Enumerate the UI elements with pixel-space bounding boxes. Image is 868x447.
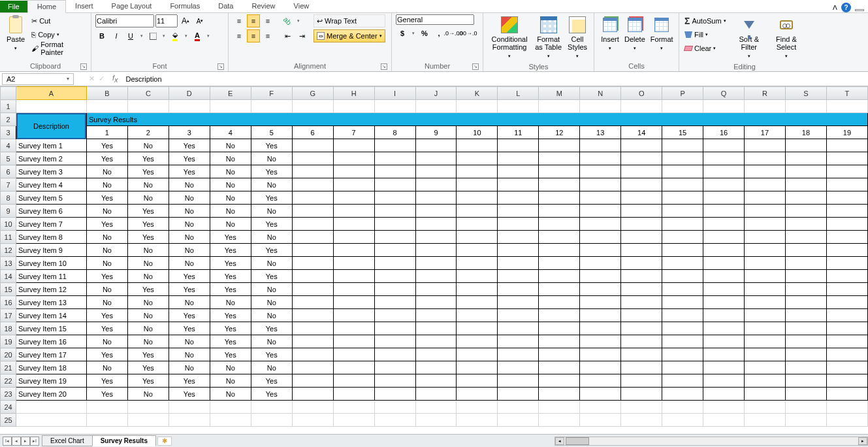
cell-value[interactable]	[826, 165, 867, 178]
format-cells-button[interactable]: Format▾	[648, 14, 676, 54]
cell-value[interactable]	[580, 244, 621, 257]
cell-value[interactable]	[785, 296, 826, 309]
cell-value[interactable]	[826, 257, 867, 270]
cell-value[interactable]: Yes	[251, 388, 292, 401]
cell-value[interactable]	[621, 139, 662, 152]
cell-value[interactable]: Yes	[251, 348, 292, 361]
cell-value[interactable]	[498, 322, 539, 335]
cell-value[interactable]	[621, 335, 662, 348]
cell[interactable]	[415, 401, 457, 414]
cell-colnum-6[interactable]: 6	[292, 126, 333, 139]
cell[interactable]	[703, 100, 745, 113]
cell-value[interactable]	[826, 322, 867, 335]
cell-value[interactable]	[826, 244, 867, 257]
row-header-19[interactable]: 19	[1, 335, 16, 348]
cell-value[interactable]: Yes	[86, 139, 127, 152]
cell-value[interactable]	[826, 218, 867, 231]
cell-value[interactable]	[539, 322, 580, 335]
tab-review[interactable]: Review	[242, 0, 284, 12]
cell-value[interactable]	[415, 361, 457, 374]
cell-value[interactable]	[457, 309, 498, 322]
cell-value[interactable]	[703, 335, 745, 348]
cell-colnum-9[interactable]: 9	[415, 126, 457, 139]
cell-value[interactable]	[539, 152, 580, 165]
cell-value[interactable]	[539, 139, 580, 152]
cell-colnum-3[interactable]: 3	[169, 126, 210, 139]
cell-value[interactable]	[662, 388, 703, 401]
cell-value[interactable]	[292, 335, 333, 348]
cell-value[interactable]	[745, 178, 786, 191]
cell-value[interactable]	[662, 178, 703, 191]
cell-value[interactable]: No	[210, 388, 251, 401]
cell-value[interactable]	[498, 296, 539, 309]
new-sheet-button[interactable]: ✱	[157, 437, 172, 446]
cell-value[interactable]	[826, 191, 867, 205]
cell-value[interactable]	[826, 335, 867, 348]
cell-value[interactable]	[539, 257, 580, 270]
cell-value[interactable]	[539, 270, 580, 283]
tab-formulas[interactable]: Formulas	[161, 0, 209, 12]
row-header-9[interactable]: 9	[1, 205, 16, 218]
cell-value[interactable]	[374, 361, 415, 374]
cell-value[interactable]	[292, 257, 333, 270]
decrease-font-button[interactable]: A▾	[193, 14, 206, 27]
cell-value[interactable]	[580, 283, 621, 296]
cell-value[interactable]	[292, 178, 333, 191]
formula-bar[interactable]: Description	[122, 75, 868, 83]
number-format-select[interactable]	[396, 14, 474, 25]
underline-button[interactable]: U	[124, 29, 137, 42]
cell-value[interactable]	[457, 296, 498, 309]
cell-survey-results-header[interactable]: Survey Results	[86, 113, 867, 126]
cell-value[interactable]	[374, 309, 415, 322]
cell-value[interactable]	[703, 231, 745, 244]
cell-value[interactable]	[539, 335, 580, 348]
cell-value[interactable]	[292, 139, 333, 152]
align-right-button[interactable]: ≡	[261, 29, 274, 42]
cell[interactable]	[580, 401, 621, 414]
cell-value[interactable]	[457, 388, 498, 401]
col-header-J[interactable]: J	[415, 87, 457, 100]
cell-colnum-18[interactable]: 18	[785, 126, 826, 139]
cell-value[interactable]: Yes	[210, 257, 251, 270]
cell-value[interactable]: No	[210, 191, 251, 205]
cell-value[interactable]: No	[251, 178, 292, 191]
find-select-button[interactable]: Find & Select▾	[767, 14, 806, 61]
cell[interactable]	[374, 401, 415, 414]
row-header-23[interactable]: 23	[1, 388, 16, 401]
cell-value[interactable]	[415, 388, 457, 401]
cell-value[interactable]: Yes	[86, 374, 127, 388]
cell-value[interactable]	[785, 388, 826, 401]
col-header-F[interactable]: F	[251, 87, 292, 100]
cell-value[interactable]	[662, 165, 703, 178]
fx-icon[interactable]: fx	[112, 74, 118, 84]
cell[interactable]	[539, 414, 580, 427]
cell-value[interactable]: No	[210, 152, 251, 165]
col-header-D[interactable]: D	[169, 87, 210, 100]
cell[interactable]	[662, 414, 703, 427]
cell-value[interactable]	[374, 218, 415, 231]
col-header-L[interactable]: L	[498, 87, 539, 100]
cell-value[interactable]	[785, 218, 826, 231]
row-header-22[interactable]: 22	[1, 374, 16, 388]
cell-desc[interactable]: Survey Item 1	[16, 139, 87, 152]
cell-value[interactable]: No	[127, 244, 169, 257]
cell-value[interactable]	[621, 374, 662, 388]
cell-desc[interactable]: Survey Item 20	[16, 388, 87, 401]
cell[interactable]	[580, 100, 621, 113]
cell-value[interactable]: Yes	[251, 270, 292, 283]
col-header-H[interactable]: H	[333, 87, 374, 100]
cell-value[interactable]	[703, 322, 745, 335]
file-tab[interactable]: File	[0, 1, 27, 12]
cell-value[interactable]	[785, 257, 826, 270]
cell-value[interactable]	[826, 348, 867, 361]
spreadsheet-grid[interactable]: ABCDEFGHIJKLMNOPQRST12DescriptionSurvey …	[0, 86, 868, 434]
cell-value[interactable]	[415, 374, 457, 388]
cell[interactable]	[16, 100, 87, 113]
cell-desc[interactable]: Survey Item 4	[16, 178, 87, 191]
cell-value[interactable]	[621, 231, 662, 244]
cell-value[interactable]: No	[251, 257, 292, 270]
cell-description-header[interactable]: Description	[16, 113, 87, 139]
cell-desc[interactable]: Survey Item 5	[16, 191, 87, 205]
cell-value[interactable]	[457, 283, 498, 296]
cell[interactable]	[621, 414, 662, 427]
